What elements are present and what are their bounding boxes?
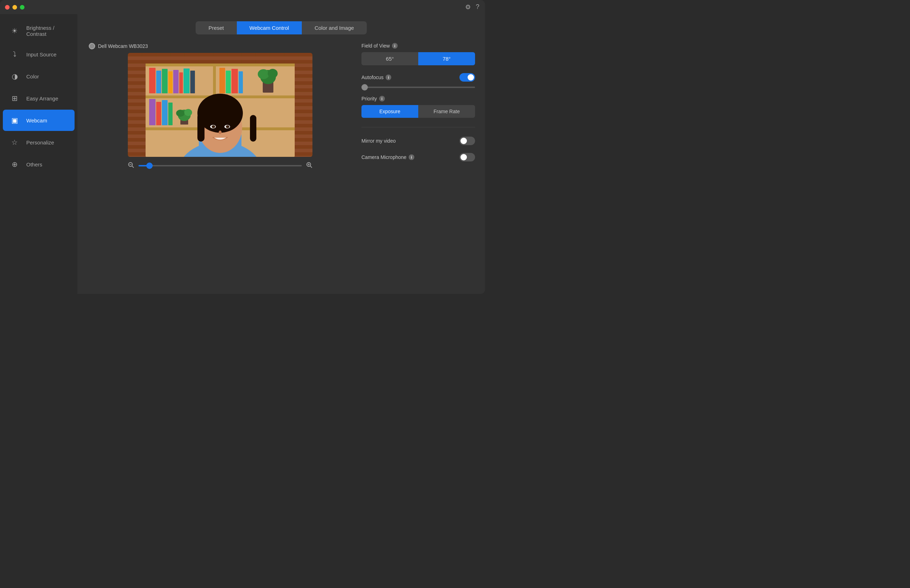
camera-mic-track: [460, 153, 475, 162]
sidebar-icon-webcam: ▣: [10, 116, 19, 124]
sidebar-label-personalize: Personalize: [26, 139, 54, 145]
svg-rect-3: [146, 63, 295, 66]
svg-rect-8: [156, 71, 161, 93]
app-body: ☀ Brightness / Contrast ⤵ Input Source ◑…: [0, 14, 485, 294]
webcam-image: [128, 53, 313, 157]
priority-info-icon[interactable]: i: [379, 96, 385, 102]
right-panel: Field of View i 65° 78° Autofocus i: [361, 43, 475, 287]
camera-mic-info-icon[interactable]: i: [409, 154, 415, 160]
svg-point-39: [212, 125, 215, 128]
mirror-video-row: Mirror my video: [361, 137, 475, 145]
svg-rect-12: [179, 73, 183, 93]
tab-preset[interactable]: Preset: [196, 21, 236, 34]
camera-mic-thumb: [460, 154, 467, 160]
sidebar-item-easy-arrange[interactable]: ⊞ Easy Arrange: [3, 88, 74, 109]
webcam-area: Dell Webcam WB3023: [87, 43, 353, 287]
svg-point-30: [184, 109, 192, 116]
sidebar-item-others[interactable]: ⊕ Others: [3, 153, 74, 175]
priority-section: Priority i Exposure Frame Rate: [361, 96, 475, 118]
priority-label: Priority i: [361, 96, 475, 102]
svg-rect-15: [219, 68, 225, 93]
camera-mic-toggle[interactable]: [460, 153, 475, 162]
svg-rect-16: [226, 71, 231, 93]
svg-rect-10: [168, 71, 173, 93]
autofocus-toggle-track: [460, 73, 475, 82]
zoom-in-icon: [306, 162, 313, 170]
zoom-slider[interactable]: [138, 165, 302, 166]
camera-mic-label-text: Camera Microphone: [361, 154, 406, 160]
sidebar-label-color: Color: [26, 73, 39, 79]
sidebar-label-easy-arrange: Easy Arrange: [26, 95, 58, 102]
svg-line-49: [310, 166, 312, 168]
sidebar-icon-color: ◑: [10, 72, 19, 81]
divider-1: [361, 127, 475, 128]
autofocus-toggle-thumb: [468, 74, 474, 81]
autofocus-label: Autofocus i: [361, 74, 391, 80]
mirror-video-toggle[interactable]: [460, 137, 475, 145]
mirror-video-label: Mirror my video: [361, 138, 395, 144]
svg-rect-11: [173, 70, 178, 93]
fov-label-text: Field of View: [361, 43, 390, 48]
tab-color-and-image[interactable]: Color and Image: [302, 21, 367, 34]
webcam-device-label: Dell Webcam WB3023: [87, 43, 148, 49]
maximize-button[interactable]: [20, 5, 24, 10]
priority-buttons: Exposure Frame Rate: [361, 105, 475, 118]
sidebar-label-webcam: Webcam: [26, 118, 47, 123]
sidebar-label-input-source: Input Source: [26, 52, 57, 58]
tab-webcam-control[interactable]: Webcam Control: [237, 21, 302, 34]
sidebar-icon-brightness-contrast: ☀: [10, 27, 19, 35]
sidebar-item-personalize[interactable]: ☆ Personalize: [3, 132, 74, 153]
sidebar-icon-input-source: ⤵: [10, 50, 19, 58]
titlebar-actions: ⚙ ?: [465, 3, 479, 11]
svg-line-46: [132, 166, 133, 168]
camera-mic-label: Camera Microphone i: [361, 154, 415, 160]
svg-rect-26: [168, 103, 173, 125]
webcam-preview: [128, 53, 313, 157]
traffic-lights: [5, 5, 24, 10]
priority-exposure-button[interactable]: Exposure: [361, 105, 418, 118]
autofocus-info-icon[interactable]: i: [385, 74, 391, 80]
webcam-status-dot: [89, 43, 95, 49]
svg-rect-14: [190, 71, 195, 93]
fov-info-icon[interactable]: i: [392, 43, 398, 48]
sidebar-item-color[interactable]: ◑ Color: [3, 66, 74, 87]
sidebar-item-webcam[interactable]: ▣ Webcam: [3, 110, 74, 131]
fov-buttons: 65° 78°: [361, 52, 475, 65]
svg-point-41: [219, 131, 222, 134]
priority-framerate-button[interactable]: Frame Rate: [418, 105, 475, 118]
close-button[interactable]: [5, 5, 10, 10]
svg-rect-18: [239, 71, 243, 93]
zoom-out-icon: [128, 162, 134, 170]
mirror-video-thumb: [460, 138, 467, 144]
autofocus-slider[interactable]: [361, 87, 475, 88]
svg-rect-25: [162, 100, 168, 125]
svg-rect-36: [250, 115, 256, 142]
autofocus-section: Autofocus i: [361, 73, 475, 88]
svg-rect-17: [232, 69, 238, 93]
svg-rect-13: [183, 68, 189, 93]
tab-bar: Preset Webcam Control Color and Image: [87, 21, 475, 34]
settings-icon[interactable]: ⚙: [465, 3, 471, 11]
svg-point-22: [268, 69, 278, 78]
fov-label: Field of View i: [361, 43, 475, 48]
svg-rect-24: [156, 102, 161, 125]
svg-point-21: [258, 69, 269, 79]
sidebar-icon-easy-arrange: ⊞: [10, 94, 19, 103]
help-icon[interactable]: ?: [476, 3, 479, 11]
sidebar-label-brightness-contrast: Brightness / Contrast: [26, 25, 68, 37]
sidebar-label-others: Others: [26, 162, 42, 168]
minimize-button[interactable]: [13, 5, 17, 10]
main-content: Preset Webcam Control Color and Image De…: [78, 14, 485, 294]
autofocus-row: Autofocus i: [361, 73, 475, 82]
priority-label-text: Priority: [361, 96, 377, 102]
fov-78-button[interactable]: 78°: [418, 52, 475, 65]
svg-point-40: [226, 125, 229, 128]
sidebar-item-brightness-contrast[interactable]: ☀ Brightness / Contrast: [3, 18, 74, 43]
camera-mic-row: Camera Microphone i: [361, 153, 475, 162]
sidebar-item-input-source[interactable]: ⤵ Input Source: [3, 44, 74, 65]
mirror-video-track: [460, 137, 475, 145]
fov-65-button[interactable]: 65°: [361, 52, 418, 65]
autofocus-toggle[interactable]: [460, 73, 475, 82]
svg-rect-9: [162, 69, 168, 93]
webcam-device-name: Dell Webcam WB3023: [98, 43, 148, 49]
